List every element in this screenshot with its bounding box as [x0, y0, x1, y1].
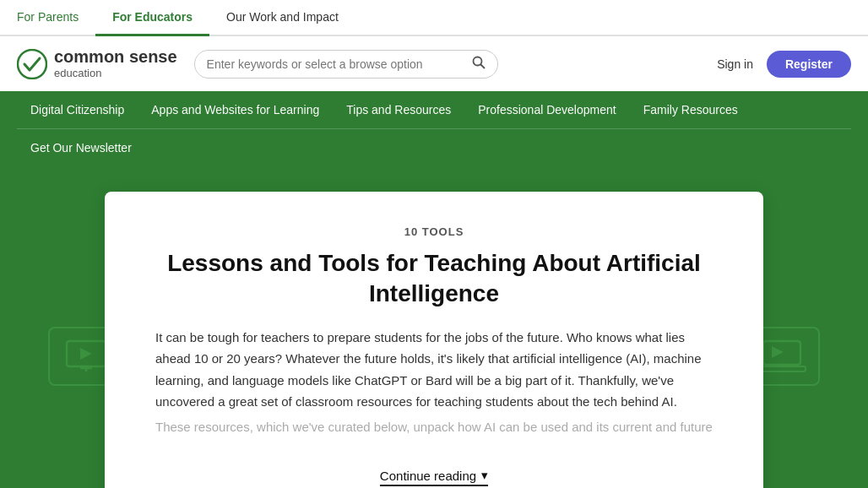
- search-icon: [472, 56, 486, 69]
- top-nav: For Parents For Educators Our Work and I…: [0, 0, 868, 36]
- hero-body: It can be tough for teachers to prepare …: [155, 327, 713, 413]
- green-nav: Digital Citizenship Apps and Websites fo…: [0, 91, 868, 166]
- site-logo[interactable]: common sense education: [17, 48, 177, 79]
- svg-rect-26: [758, 366, 806, 371]
- chevron-down-icon: ▾: [481, 468, 488, 483]
- green-nav-row1: Digital Citizenship Apps and Websites fo…: [17, 91, 851, 128]
- hero-section: 10 TOOLS Lessons and Tools for Teaching …: [0, 166, 868, 488]
- hero-tag: 10 TOOLS: [155, 225, 713, 238]
- green-nav-row2: Get Our Newsletter: [17, 128, 851, 166]
- nav-newsletter[interactable]: Get Our Newsletter: [17, 129, 145, 166]
- svg-marker-6: [80, 348, 92, 360]
- hero-card: 10 TOOLS Lessons and Tools for Teaching …: [105, 192, 763, 488]
- sign-in-button[interactable]: Sign in: [717, 57, 753, 71]
- search-button[interactable]: [472, 56, 486, 73]
- nav-apps-websites[interactable]: Apps and Websites for Learning: [138, 91, 333, 128]
- nav-tips-resources[interactable]: Tips and Resources: [333, 91, 464, 128]
- nav-digital-citizenship[interactable]: Digital Citizenship: [17, 91, 138, 128]
- search-bar[interactable]: [194, 50, 498, 79]
- top-nav-for-parents[interactable]: For Parents: [0, 0, 95, 36]
- header-actions: Sign in Register: [717, 51, 851, 78]
- logo-sub: education: [54, 67, 177, 79]
- hero-body-fade: These resources, which we've curated bel…: [155, 416, 713, 438]
- site-header: common sense education Sign in Register: [0, 36, 868, 91]
- top-nav-our-work[interactable]: Our Work and Impact: [209, 0, 355, 36]
- continue-reading-label: Continue reading: [380, 469, 476, 483]
- nav-professional-development[interactable]: Professional Development: [464, 91, 629, 128]
- logo-checkmark-icon: [17, 49, 47, 79]
- nav-family-resources[interactable]: Family Resources: [630, 91, 751, 128]
- logo-text: common sense: [54, 48, 177, 65]
- search-input[interactable]: [207, 57, 472, 71]
- hero-title: Lessons and Tools for Teaching About Art…: [155, 248, 713, 310]
- register-button[interactable]: Register: [767, 51, 851, 78]
- continue-reading-button[interactable]: Continue reading ▾: [380, 468, 488, 486]
- svg-marker-25: [772, 346, 784, 358]
- svg-point-0: [18, 50, 46, 79]
- top-nav-for-educators[interactable]: For Educators: [95, 0, 209, 36]
- svg-line-2: [480, 64, 484, 68]
